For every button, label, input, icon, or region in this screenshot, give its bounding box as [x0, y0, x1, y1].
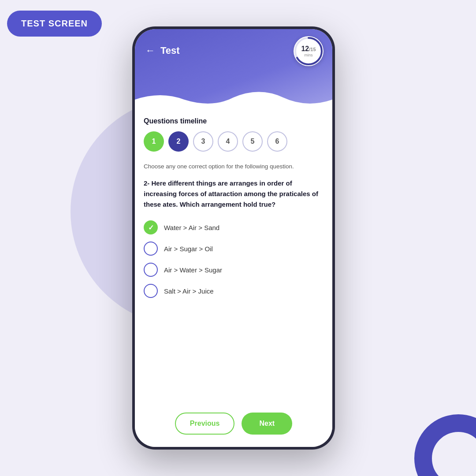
- option-2[interactable]: Air > Sugar > Oil: [144, 242, 324, 256]
- background-arc: [414, 414, 476, 476]
- next-button[interactable]: Next: [242, 413, 292, 435]
- phone-screen: ← Test 12/15 mins: [135, 29, 332, 447]
- timer-circle: 12/15 mins: [294, 36, 324, 66]
- option-1-label: Water > Air > Sand: [164, 224, 219, 231]
- back-button[interactable]: ←: [145, 45, 155, 56]
- option-3-radio[interactable]: [144, 263, 158, 277]
- question-number-5[interactable]: 5: [242, 131, 263, 152]
- badge-label: TEST SCREEN: [21, 19, 88, 28]
- question-number-1[interactable]: 1: [144, 131, 164, 152]
- option-3-label: Air > Water > Sugar: [164, 266, 222, 274]
- option-2-label: Air > Sugar > Oil: [164, 245, 213, 253]
- option-3[interactable]: Air > Water > Sugar: [144, 263, 324, 277]
- test-screen-badge: TEST SCREEN: [7, 11, 102, 37]
- questions-timeline: 1 2 3 4 5 6: [144, 131, 324, 152]
- question-text: 2- Here different things are arranges in…: [144, 178, 324, 210]
- option-1[interactable]: Water > Air > Sand: [144, 220, 324, 234]
- option-4-radio[interactable]: [144, 284, 158, 298]
- phone-content: Questions timeline 1 2 3 4 5: [135, 108, 332, 405]
- timeline-section-title: Questions timeline: [144, 117, 324, 125]
- phone-frame: ← Test 12/15 mins: [132, 26, 335, 450]
- option-2-radio[interactable]: [144, 242, 158, 256]
- screen-title: Test: [160, 45, 180, 56]
- phone-footer: Previous Next: [135, 405, 332, 447]
- question-number-4[interactable]: 4: [218, 131, 238, 152]
- question-instruction: Choose any one correct option for the fo…: [144, 162, 324, 171]
- question-number-6[interactable]: 6: [267, 131, 287, 152]
- previous-button[interactable]: Previous: [175, 413, 235, 435]
- option-1-radio[interactable]: [144, 220, 158, 234]
- option-4[interactable]: Salt > Air > Juice: [144, 284, 324, 298]
- options-list: Water > Air > Sand Air > Sugar > Oil Air…: [144, 220, 324, 298]
- question-number-3[interactable]: 3: [193, 131, 213, 152]
- option-4-label: Salt > Air > Juice: [164, 287, 214, 295]
- question-number-2[interactable]: 2: [168, 131, 189, 152]
- phone-header: ← Test 12/15 mins: [135, 29, 332, 108]
- wave-decoration: [135, 86, 332, 108]
